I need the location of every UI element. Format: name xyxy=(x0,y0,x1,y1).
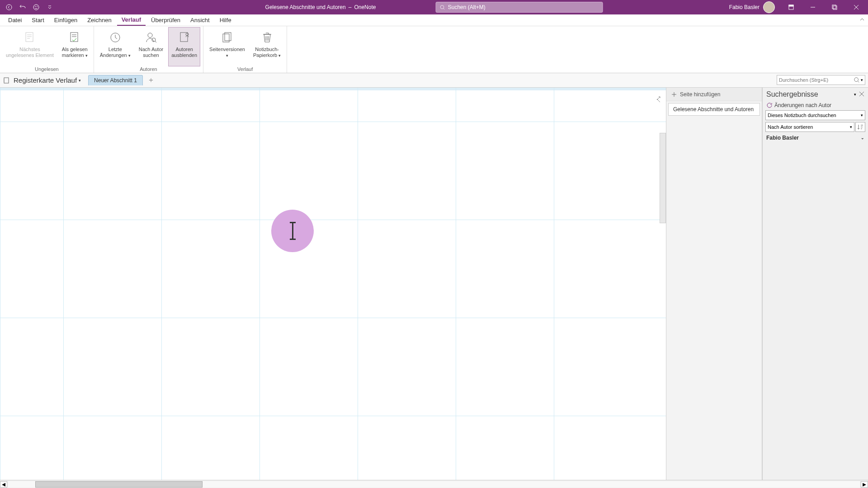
grid-line xyxy=(456,88,456,480)
grid-line xyxy=(161,88,162,480)
page-list-item[interactable]: Gelesene Abschnitte und Autoren xyxy=(668,103,760,116)
grid-line xyxy=(0,220,666,220)
menu-start[interactable]: Start xyxy=(27,15,48,25)
grid-line xyxy=(0,122,666,122)
navigation-bar: Registerkarte Verlauf ▾ Neuer Abschnitt … xyxy=(0,73,868,88)
menu-datei[interactable]: Datei xyxy=(4,15,26,25)
menu-hilfe[interactable]: Hilfe xyxy=(215,15,236,25)
changes-by-author-row[interactable]: Änderungen nach Autor xyxy=(763,101,868,109)
menu-verlauf[interactable]: Verlauf xyxy=(117,14,146,26)
horizontal-scrollbar: ◂ ▸ xyxy=(0,480,868,488)
add-section-button[interactable]: ＋ xyxy=(146,76,156,85)
back-button[interactable] xyxy=(4,2,14,13)
find-by-author-button[interactable]: Nach Autor suchen xyxy=(136,27,166,66)
menu-zeichnen[interactable]: Zeichnen xyxy=(83,15,116,25)
section-search[interactable]: ▾ xyxy=(777,75,865,85)
search-icon xyxy=(439,5,445,10)
ribbon-group-verlauf: Seitenversionen ▾ Notizbuch- Papierkorb … xyxy=(203,26,287,73)
page-versions-button[interactable]: Seitenversionen ▾ xyxy=(206,27,248,66)
notebook-dropdown[interactable]: Registerkarte Verlauf ▾ xyxy=(12,76,83,84)
minimize-button[interactable] xyxy=(803,1,823,14)
avatar[interactable] xyxy=(763,1,775,13)
mark-as-read-button[interactable]: Als gelesen markieren ▾ xyxy=(59,27,91,66)
chevron-down-icon: ▾ xyxy=(79,78,81,83)
chevron-down-icon: ⌄ xyxy=(861,136,864,140)
svg-rect-10 xyxy=(71,33,78,42)
cursor-indicator xyxy=(271,210,314,252)
search-scope-combo[interactable]: Dieses Notizbuch durchsuchen ▾ xyxy=(765,110,865,120)
vertical-scrollbar[interactable] xyxy=(660,133,666,223)
svg-point-15 xyxy=(186,33,189,36)
note-canvas-wrap xyxy=(0,88,666,480)
ribbon: Nächstes ungelesenes Element Als gelesen… xyxy=(0,26,868,73)
main-area: Seite hinzufügen Gelesene Abschnitte und… xyxy=(0,88,868,480)
hide-authors-button[interactable]: Autoren ausblenden xyxy=(168,27,200,66)
menu-einfuegen[interactable]: Einfügen xyxy=(50,15,82,25)
undo-button[interactable] xyxy=(17,2,28,13)
qat-dropdown[interactable] xyxy=(44,2,55,13)
svg-point-2 xyxy=(35,6,36,7)
title-bar: Gelesene Abschnitte und Autoren – OneNot… xyxy=(0,0,868,14)
grid-line xyxy=(554,88,554,480)
svg-rect-9 xyxy=(26,33,33,42)
svg-rect-6 xyxy=(789,5,793,6)
fullscreen-toggle[interactable] xyxy=(656,96,663,103)
svg-rect-14 xyxy=(180,33,188,42)
refresh-icon xyxy=(766,102,773,108)
ibeam-icon xyxy=(292,222,293,240)
document-title: Gelesene Abschnitte und Autoren xyxy=(265,4,346,10)
search-icon xyxy=(854,77,860,83)
grid-line xyxy=(259,88,260,480)
sort-combo[interactable]: Nach Autor sortieren ▾ xyxy=(765,122,854,132)
menu-bar: Datei Start Einfügen Zeichnen Verlauf Üb… xyxy=(0,14,868,26)
sort-order-button[interactable] xyxy=(855,122,865,132)
scroll-right-button[interactable]: ▸ xyxy=(861,481,868,488)
ribbon-display-button[interactable] xyxy=(781,1,801,14)
close-pane-button[interactable] xyxy=(859,90,864,99)
search-scope-dropdown[interactable]: ▾ xyxy=(861,78,863,82)
search-pane-options[interactable]: ▾ xyxy=(854,92,856,97)
ribbon-group-label-verlauf: Verlauf xyxy=(206,66,284,73)
svg-point-3 xyxy=(37,6,38,7)
grid-line xyxy=(0,88,0,480)
section-tab[interactable]: Neuer Abschnitt 1 xyxy=(88,75,143,85)
add-page-button[interactable]: Seite hinzufügen xyxy=(666,88,762,101)
note-canvas[interactable] xyxy=(0,88,666,480)
close-button[interactable] xyxy=(846,1,866,14)
next-unread-button: Nächstes ungelesenes Element xyxy=(3,27,57,66)
chevron-down-icon: ▾ xyxy=(861,113,863,117)
ribbon-group-label-ungelesen: Ungelesen xyxy=(3,66,91,73)
search-results-pane: Suchergebnisse ▾ Änderungen nach Autor D… xyxy=(762,88,868,480)
scroll-track[interactable] xyxy=(8,481,860,488)
page-header-band xyxy=(0,88,666,90)
notebook-icon xyxy=(3,77,10,84)
scroll-thumb[interactable] xyxy=(35,481,203,488)
svg-rect-18 xyxy=(4,78,9,83)
svg-point-4 xyxy=(440,5,444,9)
global-search-input[interactable] xyxy=(448,4,599,10)
grid-line xyxy=(0,416,666,416)
chevron-down-icon: ▾ xyxy=(850,125,852,129)
user-name[interactable]: Fabio Basler xyxy=(729,4,760,10)
svg-point-1 xyxy=(33,5,39,10)
grid-line xyxy=(0,318,666,318)
svg-rect-7 xyxy=(832,5,836,9)
ribbon-group-autoren: Letzte Änderungen ▾ Nach Autor suchen Au… xyxy=(94,26,203,73)
menu-ansicht[interactable]: Ansicht xyxy=(186,15,214,25)
recent-edits-button[interactable]: Letzte Änderungen ▾ xyxy=(97,27,134,66)
app-name: OneNote xyxy=(354,4,376,10)
svg-point-19 xyxy=(854,78,859,82)
notebook-recycle-bin-button[interactable]: Notizbuch- Papierkorb ▾ xyxy=(250,27,284,66)
menu-ueberpruefen[interactable]: Überprüfen xyxy=(146,15,185,25)
svg-point-12 xyxy=(148,33,152,38)
grid-line xyxy=(63,88,64,480)
page-list-pane: Seite hinzufügen Gelesene Abschnitte und… xyxy=(666,88,762,480)
section-search-input[interactable] xyxy=(779,77,854,83)
maximize-button[interactable] xyxy=(825,1,844,14)
grid-line xyxy=(358,88,358,480)
collapse-ribbon-button[interactable] xyxy=(859,16,865,24)
global-search[interactable] xyxy=(435,2,603,13)
scroll-left-button[interactable]: ◂ xyxy=(0,481,7,488)
author-result-row[interactable]: Fabio Basler ⌄ xyxy=(763,133,868,143)
touch-mode-button[interactable] xyxy=(31,2,42,13)
